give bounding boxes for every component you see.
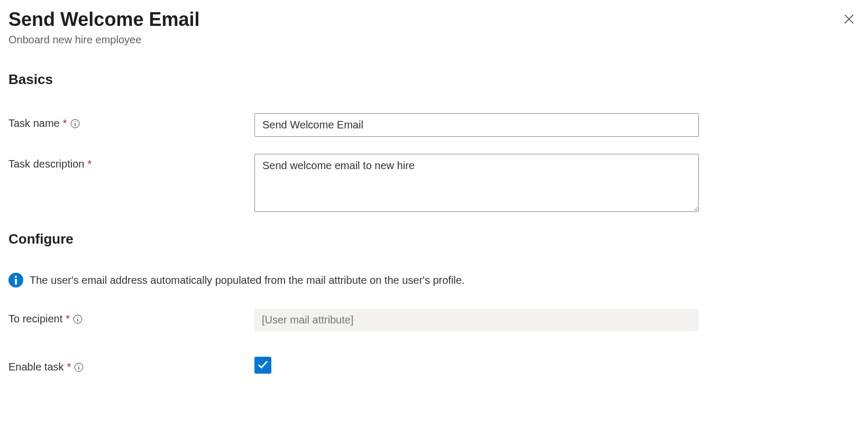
info-icon[interactable]: [70, 119, 80, 128]
svg-point-6: [15, 276, 17, 278]
required-indicator: *: [63, 117, 67, 129]
svg-point-12: [78, 365, 79, 366]
page-subtitle: Onboard new hire employee: [8, 34, 838, 46]
enable-task-checkbox[interactable]: [254, 357, 271, 374]
task-description-input[interactable]: [254, 154, 699, 212]
info-icon[interactable]: [73, 314, 83, 324]
info-icon[interactable]: [74, 363, 84, 372]
info-banner-text: The user's email address automatically p…: [30, 274, 465, 286]
close-button[interactable]: [838, 8, 860, 31]
task-name-label: Task name: [8, 117, 60, 129]
page-title: Send Welcome Email: [8, 8, 838, 31]
task-description-label: Task description: [8, 158, 84, 170]
svg-point-9: [77, 317, 78, 318]
to-recipient-label: To recipient: [8, 313, 62, 325]
basics-section-title: Basics: [8, 71, 860, 88]
info-icon: [8, 273, 23, 288]
enable-task-label: Enable task: [8, 361, 64, 373]
required-indicator: *: [87, 158, 92, 170]
configure-section-title: Configure: [8, 231, 860, 247]
to-recipient-input: [254, 309, 699, 331]
svg-rect-7: [15, 279, 17, 285]
checkmark-icon: [257, 359, 269, 372]
required-indicator: *: [67, 361, 71, 373]
close-icon: [843, 13, 855, 27]
svg-point-3: [75, 121, 76, 122]
required-indicator: *: [66, 313, 70, 325]
task-name-input[interactable]: [254, 113, 699, 137]
